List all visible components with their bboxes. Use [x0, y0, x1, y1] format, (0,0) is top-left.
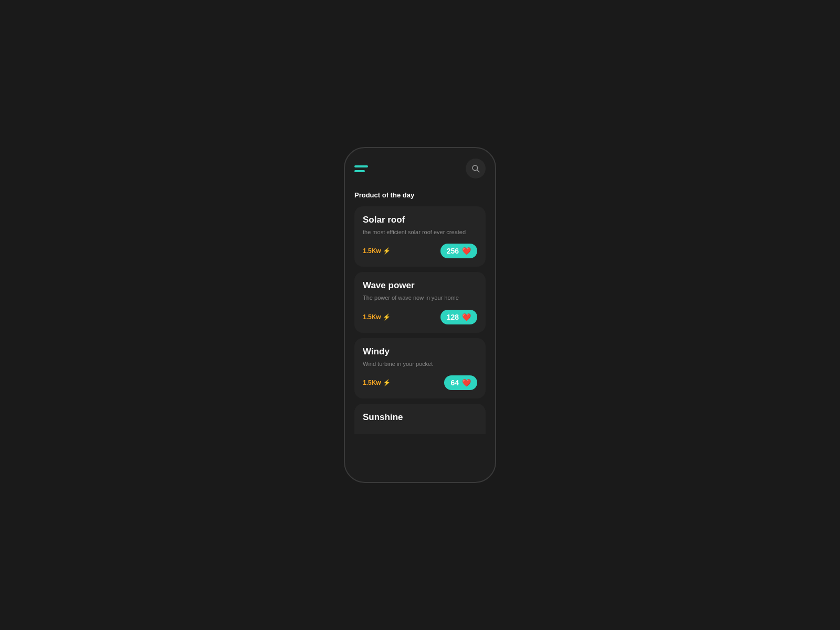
hamburger-menu-icon[interactable] — [354, 165, 368, 172]
header — [354, 159, 486, 178]
product-name-wave-power: Wave power — [363, 280, 477, 291]
search-button[interactable] — [466, 159, 486, 178]
product-card-windy[interactable]: Windy Wind turbine in your pocket 1.5Kw … — [354, 338, 486, 398]
section-title: Product of the day — [354, 191, 486, 199]
product-desc-solar-roof: the most efficient solar roof ever creat… — [363, 228, 477, 236]
product-card-wave-power[interactable]: Wave power The power of wave now in your… — [354, 272, 486, 332]
hamburger-line-2 — [354, 170, 365, 172]
product-desc-wave-power: The power of wave now in your home — [363, 294, 477, 302]
product-name-solar-roof: Solar roof — [363, 215, 477, 225]
product-name-windy: Windy — [363, 346, 477, 357]
like-count-solar-roof: 256 — [447, 247, 459, 255]
like-count-wave-power: 128 — [447, 313, 459, 321]
heart-icon-wave-power: ❤️ — [462, 313, 471, 321]
like-badge-windy[interactable]: 64 ❤️ — [444, 375, 477, 390]
heart-icon-solar-roof: ❤️ — [462, 247, 471, 255]
hamburger-line-1 — [354, 165, 368, 167]
product-power-wave-power: 1.5Kw ⚡ — [363, 313, 391, 321]
like-badge-wave-power[interactable]: 128 ❤️ — [440, 310, 477, 324]
heart-icon-windy: ❤️ — [462, 379, 471, 387]
product-footer-windy: 1.5Kw ⚡ 64 ❤️ — [363, 375, 477, 390]
product-footer-solar-roof: 1.5Kw ⚡ 256 ❤️ — [363, 244, 477, 258]
product-power-windy: 1.5Kw ⚡ — [363, 379, 391, 386]
phone-frame: Product of the day Solar roof the most e… — [344, 147, 496, 483]
product-card-sunshine[interactable]: Sunshine — [354, 404, 486, 434]
search-icon — [471, 164, 480, 173]
product-desc-windy: Wind turbine in your pocket — [363, 360, 477, 368]
product-footer-wave-power: 1.5Kw ⚡ 128 ❤️ — [363, 310, 477, 324]
phone-content: Product of the day Solar roof the most e… — [345, 148, 495, 482]
product-power-solar-roof: 1.5Kw ⚡ — [363, 247, 391, 255]
svg-line-1 — [477, 170, 479, 172]
product-card-solar-roof[interactable]: Solar roof the most efficient solar roof… — [354, 206, 486, 267]
product-name-sunshine: Sunshine — [363, 412, 477, 423]
like-badge-solar-roof[interactable]: 256 ❤️ — [440, 244, 477, 258]
like-count-windy: 64 — [450, 379, 459, 387]
